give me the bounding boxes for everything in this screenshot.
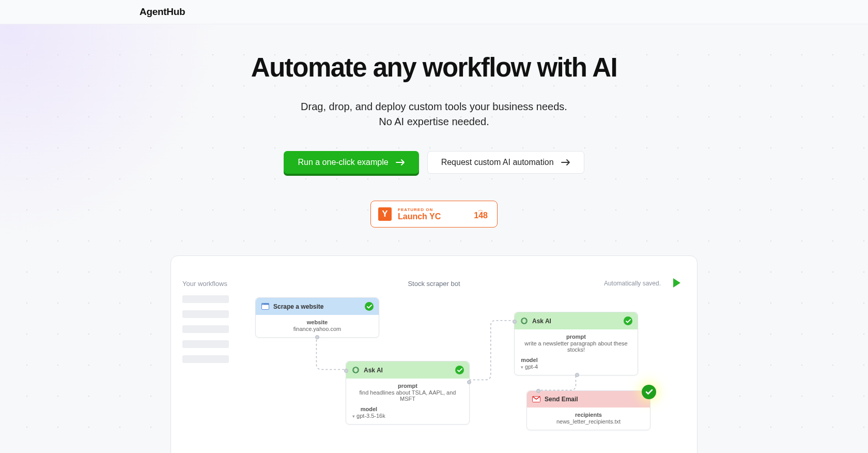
yc-upvote[interactable]: ︿ 148 <box>474 208 488 221</box>
check-icon <box>365 302 374 311</box>
chevron-down-icon: ▾ <box>521 365 523 370</box>
play-icon[interactable] <box>672 278 681 290</box>
node-title: Ask AI <box>364 367 383 374</box>
workflows-list <box>182 295 229 363</box>
model-value: ▾ gpt-3.5-16k <box>352 413 385 419</box>
yc-launch-label: Launch YC <box>398 212 468 221</box>
top-header: AgentHub <box>0 0 868 24</box>
yc-featured-label: FEATURED ON <box>398 207 468 212</box>
node-title: Send Email <box>545 396 578 403</box>
caret-up-icon: ︿ <box>478 208 484 212</box>
openai-icon <box>520 317 528 325</box>
autosave-status: Automatically saved. <box>604 280 661 287</box>
request-automation-button[interactable]: Request custom AI automation <box>427 151 584 174</box>
node-send-email[interactable]: Send Email recipients news_letter_recipi… <box>526 390 650 430</box>
field-value: news_letter_recipients.txt <box>533 418 644 425</box>
workflows-sidebar-label: Your workflows <box>182 280 227 288</box>
hero-subtitle-line2: No AI expertise needed. <box>0 114 868 129</box>
output-port[interactable] <box>315 335 319 339</box>
check-icon <box>624 316 632 325</box>
request-automation-label: Request custom AI automation <box>441 158 554 167</box>
field-label: recipients <box>533 412 644 418</box>
arrow-right-icon <box>561 159 570 165</box>
prompt-value: find headlines about TSLA, AAPL, and MSF… <box>352 389 463 402</box>
run-example-button[interactable]: Run a one-click example <box>284 151 419 174</box>
input-port[interactable] <box>536 389 540 393</box>
run-example-label: Run a one-click example <box>298 158 388 167</box>
field-value: finance.yahoo.com <box>262 326 373 332</box>
hero-section: Automate any workflow with AI Drag, drop… <box>0 24 868 453</box>
field-label: website <box>262 319 373 325</box>
demo-frame: Your workflows Stock scraper bot Automat… <box>171 255 698 453</box>
openai-icon <box>351 366 360 374</box>
cta-row: Run a one-click example Request custom A… <box>0 151 868 174</box>
logo[interactable]: AgentHub <box>140 6 185 18</box>
model-label: model <box>352 406 385 412</box>
list-item[interactable] <box>182 340 229 348</box>
check-icon <box>455 366 464 374</box>
input-port[interactable] <box>344 369 348 373</box>
model-label: model <box>521 357 538 363</box>
yc-logo-icon: Y <box>378 207 392 221</box>
browser-icon <box>261 303 269 311</box>
prompt-value: write a newsletter paragraph about these… <box>521 340 631 353</box>
list-item[interactable] <box>182 355 229 363</box>
hero-subtitle: Drag, drop, and deploy custom tools your… <box>0 99 868 129</box>
input-port[interactable] <box>513 320 517 324</box>
node-scrape-website[interactable]: Scrape a website website finance.yahoo.c… <box>255 297 379 338</box>
canvas-title: Stock scraper bot <box>408 280 460 288</box>
node-ask-ai-1[interactable]: Ask AI prompt find headlines about TSLA,… <box>346 361 470 425</box>
hero-subtitle-line1: Drag, drop, and deploy custom tools your… <box>0 99 868 114</box>
output-port[interactable] <box>467 380 471 384</box>
list-item[interactable] <box>182 310 229 318</box>
node-ask-ai-2[interactable]: Ask AI prompt write a newsletter paragra… <box>514 312 638 375</box>
yc-badge-text: FEATURED ON Launch YC <box>398 207 468 221</box>
prompt-label: prompt <box>521 334 631 340</box>
hero-title: Automate any workflow with AI <box>0 52 868 83</box>
success-check-icon <box>642 385 656 399</box>
prompt-label: prompt <box>352 383 463 389</box>
chevron-down-icon: ▾ <box>352 414 355 419</box>
list-item[interactable] <box>182 325 229 333</box>
list-item[interactable] <box>182 295 229 303</box>
output-port[interactable] <box>575 373 579 377</box>
node-title: Ask AI <box>532 318 551 325</box>
yc-badge[interactable]: Y FEATURED ON Launch YC ︿ 148 <box>370 201 498 228</box>
model-value: ▾ gpt-4 <box>521 364 538 370</box>
node-title: Scrape a website <box>273 303 323 310</box>
gmail-icon <box>532 395 540 403</box>
yc-count: 148 <box>474 211 488 220</box>
svg-point-2 <box>262 304 263 304</box>
arrow-right-icon <box>396 159 405 165</box>
